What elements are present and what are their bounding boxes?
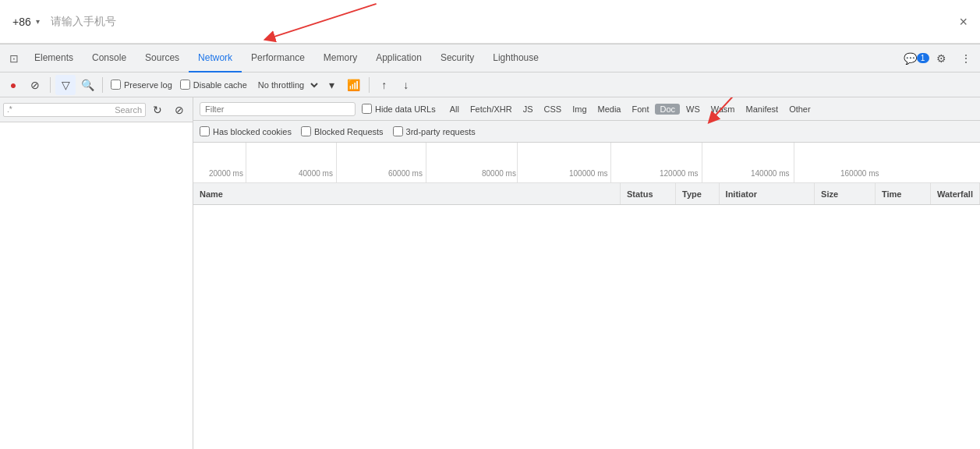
search-placeholder-label: Search: [115, 105, 142, 115]
separator-2: [102, 77, 103, 93]
preserve-log-checkbox[interactable]: Preserve log: [111, 80, 172, 90]
blocked-requests-checkbox[interactable]: Blocked Requests: [301, 126, 384, 136]
type-js[interactable]: JS: [518, 104, 538, 115]
tab-console[interactable]: Console: [83, 44, 136, 72]
more-button[interactable]: ⋮: [955, 48, 977, 69]
settings-button[interactable]: ⚙: [930, 48, 952, 69]
has-blocked-cookies-checkbox[interactable]: Has blocked cookies: [200, 126, 292, 136]
filter-button[interactable]: ▽: [55, 75, 76, 95]
tick-6: 120000 ms: [660, 169, 698, 178]
feedback-badge: 1: [917, 53, 929, 63]
search-input[interactable]: [16, 105, 115, 115]
tick-8: 160000 ms: [840, 169, 879, 178]
tab-sources[interactable]: Sources: [136, 44, 189, 72]
upload-button[interactable]: ↑: [374, 75, 394, 95]
vline-5: [610, 143, 611, 182]
close-button[interactable]: ×: [959, 13, 968, 30]
type-font[interactable]: Font: [627, 104, 653, 115]
tab-actions: 💬 1 ⚙ ⋮: [905, 48, 977, 69]
vline-3: [426, 143, 426, 182]
vline-6: [702, 143, 702, 182]
tick-5: 100000 ms: [569, 169, 607, 178]
disable-cache-checkbox[interactable]: Disable cache: [180, 80, 247, 90]
separator-3: [369, 77, 370, 93]
filter-input-wrap: [200, 102, 356, 116]
tick-7: 140000 ms: [751, 169, 789, 178]
toolbar-row: ● ⊘ ▽ 🔍 Preserve log Disable cache No th…: [0, 72, 980, 97]
search-row: .* Search ↻ ⊘: [0, 97, 193, 122]
tab-network[interactable]: Network: [189, 44, 242, 72]
tab-elements[interactable]: Elements: [25, 44, 83, 72]
top-bar-left: +86 ▾ 请输入手机号: [12, 15, 116, 29]
type-css[interactable]: CSS: [540, 104, 567, 115]
country-code: +86: [12, 16, 31, 28]
tick-4: 80000 ms: [482, 169, 516, 178]
type-media[interactable]: Media: [593, 104, 626, 115]
tab-memory[interactable]: Memory: [314, 44, 366, 72]
feedback-button[interactable]: 💬 1: [905, 48, 927, 69]
wifi-icon[interactable]: 📶: [344, 75, 364, 95]
hide-data-urls-checkbox[interactable]: Hide data URLs: [362, 104, 436, 114]
devtools-panel: ⊡ Elements Console Sources Network Perfo…: [0, 44, 980, 449]
vline-7: [794, 143, 794, 182]
type-filters: All Fetch/XHR JS CSS Img Media Font Doc …: [445, 104, 815, 115]
type-img[interactable]: Img: [568, 104, 591, 115]
type-fetchxhr[interactable]: Fetch/XHR: [465, 104, 517, 115]
tab-application[interactable]: Application: [366, 44, 431, 72]
vline-1: [246, 143, 246, 182]
phone-placeholder[interactable]: 请输入手机号: [51, 15, 116, 29]
col-time[interactable]: Time: [876, 183, 931, 204]
timeline-content: 20000 ms 40000 ms 60000 ms 80000 ms 1000…: [193, 143, 980, 182]
search-button[interactable]: 🔍: [77, 75, 97, 95]
filter-input[interactable]: [205, 104, 330, 114]
col-name[interactable]: Name: [193, 183, 621, 204]
type-manifest[interactable]: Manifest: [741, 104, 784, 115]
clear-search-button[interactable]: ⊘: [169, 100, 189, 120]
throttle-select[interactable]: No throttling: [252, 78, 320, 92]
filter-row: Hide data URLs All Fetch/XHR JS CSS Img …: [193, 97, 980, 121]
left-panel: .* Search ↻ ⊘: [0, 97, 193, 449]
col-initiator[interactable]: Initiator: [720, 183, 815, 204]
vline-4: [517, 143, 518, 182]
tick-1: 20000 ms: [209, 169, 243, 178]
col-size[interactable]: Size: [815, 183, 876, 204]
tick-3: 60000 ms: [388, 169, 423, 178]
type-all[interactable]: All: [445, 104, 464, 115]
left-panel-body: [0, 122, 193, 449]
tabs-row: ⊡ Elements Console Sources Network Perfo…: [0, 44, 980, 72]
blocked-row: Has blocked cookies Blocked Requests 3rd…: [193, 121, 980, 143]
right-panel: Hide data URLs All Fetch/XHR JS CSS Img …: [193, 97, 980, 449]
clear-button[interactable]: ⊘: [25, 75, 45, 95]
refresh-search-button[interactable]: ↻: [147, 100, 168, 120]
col-type[interactable]: Type: [676, 183, 720, 204]
tab-lighthouse[interactable]: Lighthouse: [483, 44, 548, 72]
type-ws[interactable]: WS: [681, 104, 705, 115]
separator-1: [50, 77, 51, 93]
table-header: Name Status Type Initiator Size Time: [193, 183, 980, 205]
search-input-wrap: .* Search: [3, 103, 146, 117]
dropdown-arrow-icon[interactable]: ▾: [36, 17, 40, 26]
regex-icon: .*: [7, 105, 12, 114]
type-other[interactable]: Other: [784, 104, 815, 115]
download-button[interactable]: ↓: [396, 75, 416, 95]
type-wasm[interactable]: Wasm: [706, 104, 740, 115]
vline-2: [336, 143, 337, 182]
svg-line-0: [269, 4, 377, 38]
tab-security[interactable]: Security: [431, 44, 483, 72]
tick-2: 40000 ms: [299, 169, 333, 178]
third-party-checkbox[interactable]: 3rd-party requests: [393, 126, 476, 136]
throttle-dropdown-button[interactable]: ▾: [322, 75, 342, 95]
panel-toggle-button[interactable]: ⊡: [3, 48, 25, 69]
timeline-row: 20000 ms 40000 ms 60000 ms 80000 ms 1000…: [193, 143, 980, 183]
filter-section: Hide data URLs All Fetch/XHR JS CSS Img …: [193, 97, 980, 121]
main-split: .* Search ↻ ⊘ Hide dat: [0, 97, 980, 449]
top-bar: +86 ▾ 请输入手机号 ×: [0, 0, 980, 44]
col-status[interactable]: Status: [621, 183, 676, 204]
col-waterfall[interactable]: Waterfall: [931, 183, 980, 204]
record-button[interactable]: ●: [3, 75, 23, 95]
table-body: [193, 205, 980, 449]
tab-performance[interactable]: Performance: [242, 44, 314, 72]
type-doc[interactable]: Doc: [655, 104, 680, 115]
